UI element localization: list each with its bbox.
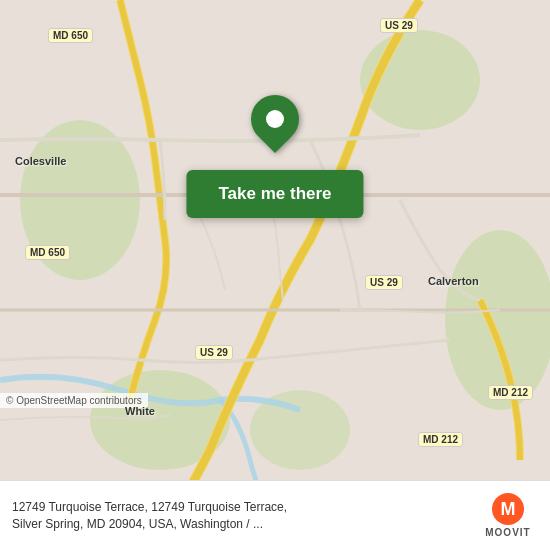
moovit-logo: M moovit	[478, 493, 538, 538]
moovit-text: moovit	[485, 527, 530, 538]
label-md212-lower: MD 212	[418, 432, 463, 447]
label-us29-top: US 29	[380, 18, 418, 33]
svg-point-2	[445, 230, 550, 410]
address-line1: 12749 Turquoise Terrace, 12749 Turquoise…	[12, 500, 287, 514]
label-us29-mid: US 29	[365, 275, 403, 290]
location-pin	[251, 95, 299, 143]
label-md650-top: MD 650	[48, 28, 93, 43]
address-line2: Silver Spring, MD 20904, USA, Washington…	[12, 517, 263, 531]
map-svg	[0, 0, 550, 480]
label-md650-mid: MD 650	[25, 245, 70, 260]
label-md212-right: MD 212	[488, 385, 533, 400]
label-calverton: Calverton	[428, 275, 479, 287]
pin-inner	[266, 110, 284, 128]
pin-shape	[241, 85, 309, 153]
info-bar: 12749 Turquoise Terrace, 12749 Turquoise…	[0, 480, 550, 550]
moovit-icon: M	[492, 493, 524, 525]
take-me-there-button[interactable]: Take me there	[186, 170, 363, 218]
map-container: US 29 MD 650 US 29 MD 650 US 29 MD 212 M…	[0, 0, 550, 480]
address-text: 12749 Turquoise Terrace, 12749 Turquoise…	[12, 499, 287, 533]
label-us29-lower: US 29	[195, 345, 233, 360]
label-white: White	[125, 405, 155, 417]
label-colesville: Colesville	[15, 155, 66, 167]
